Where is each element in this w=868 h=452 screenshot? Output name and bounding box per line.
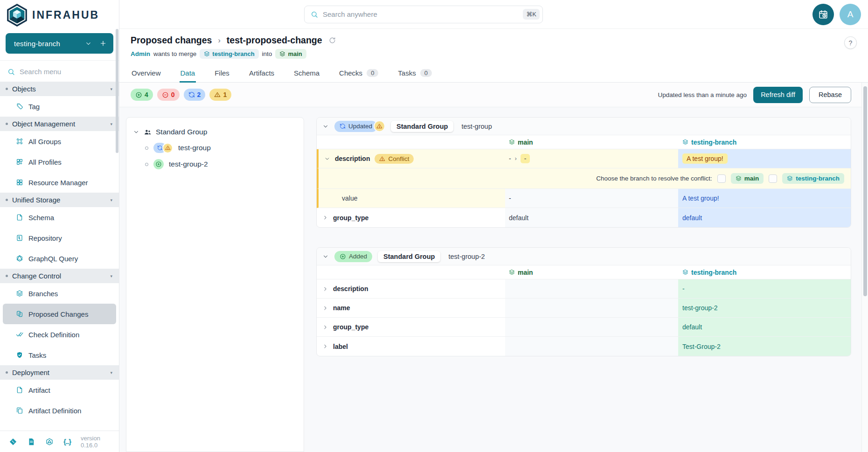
schedule-button[interactable] (812, 4, 834, 25)
tab-schema[interactable]: Schema (293, 64, 320, 83)
object-kind-pill: Standard Group (391, 121, 453, 132)
section-deployment[interactable]: Deployment ▾ (0, 365, 119, 380)
calendar-clock-icon (818, 9, 828, 20)
docs-icon[interactable] (27, 438, 35, 446)
collapse-triangle-icon: ▾ (110, 122, 112, 126)
tab-overview[interactable]: Overview (131, 64, 162, 83)
create-branch-icon[interactable] (99, 40, 107, 47)
chevron-right-icon[interactable] (322, 343, 328, 349)
tab-bar: Overview Data Files Artifacts Schema Che… (119, 64, 868, 83)
tab-artifacts[interactable]: Artifacts (248, 64, 275, 83)
topbar: ⌘K A (119, 0, 868, 29)
source-branch-badge[interactable]: testing-branch (200, 49, 258, 59)
sidebar-item-all-groups[interactable]: All Groups (0, 131, 119, 152)
tab-data[interactable]: Data (180, 64, 196, 83)
sidebar-item-schema[interactable]: Schema (0, 207, 119, 228)
sidebar-item-tasks[interactable]: Tasks (0, 345, 119, 365)
chevron-down-icon[interactable] (322, 253, 329, 260)
brand-name: INFRAHUB (32, 9, 99, 21)
plus-circle-icon (340, 253, 346, 260)
merge-action-text: wants to merge (153, 50, 196, 57)
chevron-right-icon[interactable] (322, 215, 328, 221)
branch-layers-icon (736, 175, 742, 181)
tab-files[interactable]: Files (214, 64, 230, 83)
sidebar-item-check-definition[interactable]: Check Definition (0, 324, 119, 345)
tasks-count-badge: 0 (420, 69, 432, 77)
section-unified-storage[interactable]: Unified Storage ▾ (0, 193, 119, 207)
resolve-branch-badge[interactable]: testing-branch (782, 173, 844, 184)
attribute-name: value (324, 195, 357, 202)
main-value: default (509, 214, 528, 222)
updated-status-pill: Updated (334, 121, 377, 132)
stat-added: 4 (131, 89, 153, 101)
section-dot (6, 88, 8, 90)
tree-node-standard-group[interactable]: Standard Group (133, 128, 297, 136)
chevron-down-icon[interactable] (322, 123, 329, 130)
chevron-down-icon[interactable] (85, 40, 92, 47)
old-value: - (509, 155, 511, 162)
page-header: Proposed changes › test-proposed-change … (119, 29, 868, 64)
stat-conflicts: 1 (209, 89, 231, 101)
sidebar-item-tag[interactable]: Tag (0, 96, 119, 117)
sidebar-item-resource-manager[interactable]: Resource Manager (0, 172, 119, 193)
sidebar-item-all-profiles[interactable]: All Profiles (0, 152, 119, 172)
group-frame-icon (16, 138, 23, 145)
double-check-icon (16, 331, 23, 338)
tree-node-test-group[interactable]: test-group (145, 141, 297, 155)
plus-circle-icon (135, 91, 142, 98)
branch-selector[interactable]: testing-branch (6, 33, 113, 54)
sidebar-item-artifact-definition[interactable]: Artifact Definition (0, 400, 119, 421)
help-button[interactable]: ? (844, 36, 857, 49)
branch-value-chip: A test group! (682, 153, 728, 164)
diff-card-header[interactable]: Updated Standard Group test-group (317, 118, 851, 135)
section-label: Change Control (12, 272, 106, 280)
graphql-logo-icon[interactable] (45, 438, 54, 446)
menu-search-input[interactable] (20, 68, 111, 76)
chevron-down-icon[interactable] (324, 156, 330, 162)
avatar[interactable]: A (840, 4, 861, 25)
section-change-control[interactable]: Change Control ▾ (0, 269, 119, 283)
branch-column-header: testing-branch (682, 269, 736, 276)
code-braces-icon[interactable]: {..} (63, 438, 71, 445)
property-name: label (333, 343, 348, 350)
refresh-icon[interactable] (328, 36, 336, 44)
chevron-down-icon[interactable] (133, 129, 139, 135)
global-search-input[interactable] (323, 10, 518, 18)
section-dot (6, 371, 8, 374)
breadcrumb-root[interactable]: Proposed changes (131, 35, 212, 46)
infrahub-logo-icon (7, 4, 28, 27)
target-branch-badge[interactable]: main (275, 49, 306, 59)
sidebar-item-repository[interactable]: Repository (0, 228, 119, 248)
refresh-diff-button[interactable]: Refresh diff (753, 87, 803, 103)
tree-node-test-group-2[interactable]: test-group-2 (145, 157, 297, 171)
diff-toolbar: 4 0 2 1 Updated less than a minute ago R… (119, 83, 868, 107)
main-value: - (509, 195, 511, 202)
sidebar-item-label: Tasks (28, 351, 46, 359)
global-search[interactable]: ⌘K (304, 6, 543, 23)
tab-checks[interactable]: Checks 0 (338, 64, 379, 83)
section-objects[interactable]: Objects ▾ (0, 82, 119, 96)
sidebar-item-branches[interactable]: Branches (0, 283, 119, 304)
resolve-main-checkbox[interactable] (717, 174, 726, 183)
window-scrollbar[interactable] (861, 83, 868, 452)
scrollbar-thumb[interactable] (863, 86, 867, 296)
chevron-right-icon[interactable] (322, 305, 328, 311)
main-column-header: main (509, 139, 533, 146)
branch-value: - (682, 285, 685, 292)
sidebar-item-proposed-changes[interactable]: Proposed Changes (3, 304, 116, 324)
rebase-button[interactable]: Rebase (809, 87, 851, 103)
menu-search[interactable] (0, 61, 119, 82)
sidebar-item-artifact[interactable]: Artifact (0, 380, 119, 400)
branch-layers-icon (682, 269, 688, 275)
resolve-branch-checkbox[interactable] (769, 174, 777, 183)
tab-tasks[interactable]: Tasks 0 (397, 64, 433, 83)
git-diamond-icon[interactable] (9, 438, 17, 446)
app-logo[interactable]: INFRAHUB (0, 0, 119, 29)
sidebar-scrollbar-thumb[interactable] (116, 29, 118, 153)
sidebar-item-graphql-query[interactable]: GraphQL Query (0, 248, 119, 269)
section-object-management[interactable]: Object Management ▾ (0, 117, 119, 131)
resolve-main-badge[interactable]: main (731, 173, 764, 184)
chevron-right-icon[interactable] (322, 324, 328, 330)
chevron-right-icon[interactable] (322, 286, 328, 292)
diff-card-header[interactable]: Added Standard Group test-group-2 (317, 248, 851, 265)
